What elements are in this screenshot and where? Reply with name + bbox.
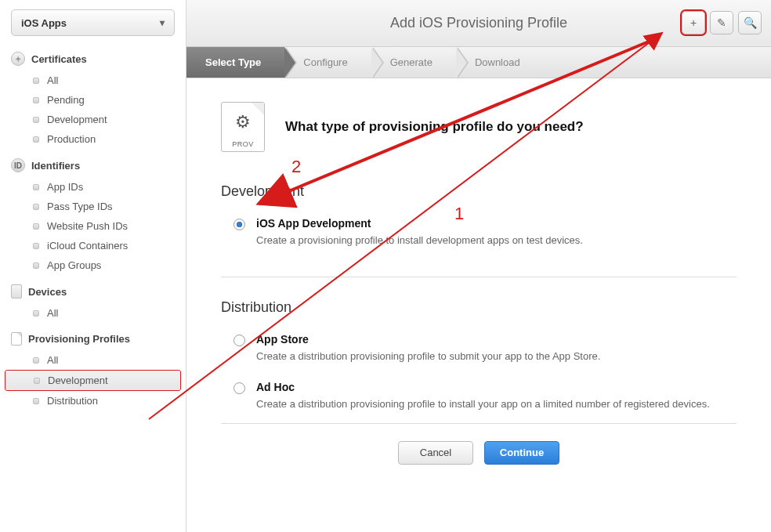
option-title: App Store — [256, 333, 600, 346]
option-ad-hoc[interactable]: Ad Hoc Create a distribution provisionin… — [221, 375, 737, 423]
group-title-development: Development — [221, 183, 737, 200]
sidebar-item-prov-all[interactable]: All — [5, 350, 181, 370]
section-header-devices[interactable]: Devices — [0, 280, 186, 303]
gear-icon: ⚙ — [235, 112, 251, 132]
annotation-highlight-box: Development — [5, 370, 181, 391]
step-download[interactable]: Download — [456, 47, 544, 78]
bullet-icon — [33, 97, 39, 103]
sidebar-item-cert-production[interactable]: Production — [5, 129, 181, 149]
provisioning-icon — [11, 332, 22, 346]
header-actions: + ✎ 🔍 — [682, 11, 762, 34]
page-header: Add iOS Provisioning Profile + ✎ 🔍 — [186, 0, 771, 47]
section-title: Certificates — [31, 53, 87, 65]
sidebar-item-label: App IDs — [47, 181, 83, 193]
bullet-icon — [33, 184, 39, 190]
add-button[interactable]: + — [682, 11, 705, 34]
bullet-icon — [33, 357, 39, 364]
section-title: Identifiers — [31, 160, 80, 172]
sidebar-section-devices: Devices All — [0, 280, 186, 323]
bullet-icon — [33, 310, 39, 317]
prov-icon-label: PROV — [232, 140, 254, 148]
device-icon — [11, 284, 22, 299]
option-text: App Store Create a distribution provisio… — [256, 333, 600, 364]
sidebar-item-label: All — [47, 354, 58, 366]
sidebar-section-provisioning: Provisioning Profiles All Development Di… — [0, 328, 186, 411]
main-panel: Add iOS Provisioning Profile + ✎ 🔍 Selec… — [186, 0, 771, 532]
certificate-icon: ✦ — [11, 52, 25, 66]
footer-actions: Cancel Continue — [221, 423, 737, 472]
bullet-icon — [33, 398, 39, 404]
chevron-down-icon: ▾ — [160, 17, 165, 28]
bullet-icon — [33, 78, 39, 84]
bullet-icon — [33, 204, 39, 210]
sidebar-item-label: Development — [47, 114, 107, 125]
plus-icon: + — [690, 16, 697, 29]
bullet-icon — [33, 117, 39, 123]
wizard-steps: Select Type Configure Generate Download — [186, 47, 771, 78]
sidebar-item-label: Pass Type IDs — [47, 201, 113, 212]
sidebar-item-prov-distribution[interactable]: Distribution — [5, 391, 181, 411]
continue-label: Continue — [500, 447, 544, 458]
prov-file-icon: ⚙ PROV — [221, 102, 265, 152]
sidebar-item-cert-pending[interactable]: Pending — [5, 90, 181, 110]
sidebar-item-prov-development[interactable]: Development — [5, 371, 180, 390]
step-label: Configure — [303, 56, 347, 68]
continue-button[interactable]: Continue — [484, 441, 559, 465]
radio-icon[interactable] — [233, 219, 245, 230]
section-header-certificates[interactable]: ✦ Certificates — [0, 47, 186, 71]
step-label: Generate — [390, 56, 433, 68]
platform-selector-label: iOS Apps — [21, 17, 67, 29]
content-area: ⚙ PROV What type of provisioning profile… — [186, 78, 771, 532]
sidebar-item-label: All — [47, 307, 58, 319]
step-generate[interactable]: Generate — [371, 47, 456, 78]
radio-icon[interactable] — [233, 335, 245, 346]
sidebar-section-certificates: ✦ Certificates All Pending Development P… — [0, 47, 186, 149]
sidebar-item-icloud-containers[interactable]: iCloud Containers — [5, 236, 181, 255]
cancel-label: Cancel — [420, 447, 451, 458]
sidebar-item-website-push-ids[interactable]: Website Push IDs — [5, 216, 181, 236]
bullet-icon — [33, 223, 39, 230]
section-title: Devices — [28, 286, 67, 298]
section-header-provisioning[interactable]: Provisioning Profiles — [0, 328, 186, 350]
sidebar-item-cert-all[interactable]: All — [5, 71, 181, 90]
sidebar: iOS Apps ▾ ✦ Certificates All Pending De… — [0, 0, 186, 532]
search-icon: 🔍 — [744, 16, 757, 29]
option-title: Ad Hoc — [256, 381, 710, 393]
sidebar-item-devices-all[interactable]: All — [5, 303, 181, 323]
option-desc: Create a distribution provisioning profi… — [256, 396, 710, 412]
section-header-identifiers[interactable]: ID Identifiers — [0, 154, 186, 177]
bullet-icon — [33, 243, 39, 249]
bullet-icon — [33, 262, 39, 269]
page-title: Add iOS Provisioning Profile — [390, 15, 567, 31]
sidebar-item-label: Website Push IDs — [47, 220, 128, 232]
sidebar-item-label: Production — [47, 133, 96, 145]
radio-icon[interactable] — [233, 382, 245, 394]
option-text: iOS App Development Create a provisionin… — [256, 217, 583, 248]
sidebar-item-label: App Groups — [47, 259, 101, 271]
step-label: Download — [475, 56, 520, 68]
sidebar-item-cert-development[interactable]: Development — [5, 110, 181, 129]
bullet-icon — [33, 136, 39, 143]
step-configure[interactable]: Configure — [284, 47, 371, 78]
sidebar-item-app-groups[interactable]: App Groups — [5, 255, 181, 275]
edit-icon: ✎ — [717, 16, 726, 29]
option-desc: Create a provisioning profile to install… — [256, 233, 583, 248]
platform-selector[interactable]: iOS Apps ▾ — [11, 9, 175, 36]
edit-button[interactable]: ✎ — [710, 11, 733, 34]
option-title: iOS App Development — [256, 217, 583, 230]
divider — [221, 277, 737, 277]
option-app-store[interactable]: App Store Create a distribution provisio… — [221, 327, 737, 375]
intro-row: ⚙ PROV What type of provisioning profile… — [221, 102, 737, 152]
option-ios-app-development[interactable]: iOS App Development Create a provisionin… — [221, 211, 737, 259]
group-title-distribution: Distribution — [221, 299, 737, 316]
sidebar-item-pass-type-ids[interactable]: Pass Type IDs — [5, 197, 181, 216]
search-button[interactable]: 🔍 — [738, 11, 762, 34]
sidebar-item-label: All — [47, 74, 58, 86]
id-icon: ID — [11, 158, 25, 172]
sidebar-section-identifiers: ID Identifiers App IDs Pass Type IDs Web… — [0, 154, 186, 275]
cancel-button[interactable]: Cancel — [398, 441, 473, 465]
option-text: Ad Hoc Create a distribution provisionin… — [256, 381, 710, 412]
step-label: Select Type — [205, 56, 261, 68]
step-select-type[interactable]: Select Type — [186, 47, 284, 78]
sidebar-item-app-ids[interactable]: App IDs — [5, 177, 181, 197]
